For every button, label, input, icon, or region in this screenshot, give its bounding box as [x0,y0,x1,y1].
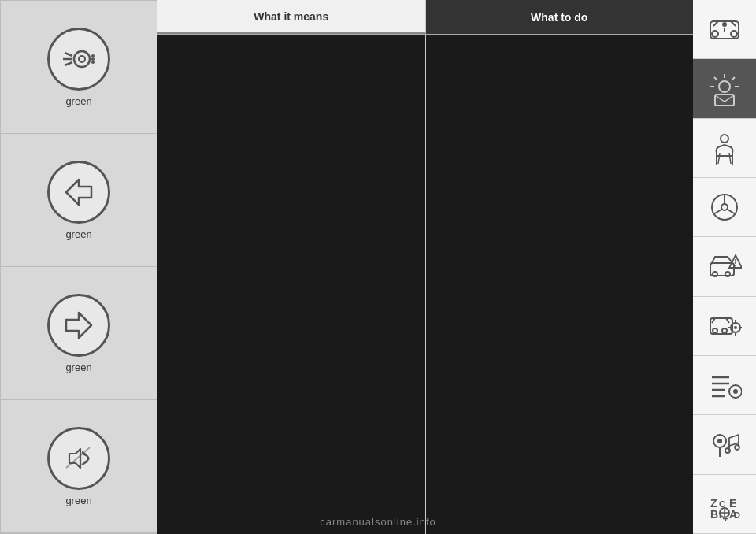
lights-svg [58,39,99,80]
svg-point-12 [712,31,718,37]
icon-row-lights: green [1,1,157,134]
svg-rect-22 [715,95,734,106]
svg-point-23 [721,135,728,143]
svg-point-3 [74,51,90,67]
main-layout: green green green [0,0,756,534]
maintenance-icon [707,309,742,343]
svg-line-30 [728,210,736,214]
sidebar-item-driving[interactable] [693,178,756,237]
warning-light-icon [707,71,742,106]
sidebar-item-breakdown[interactable] [693,237,756,296]
index-icon: Z B E A I C D T [707,487,742,521]
svg-point-59 [717,439,722,443]
icon-column: green green green [0,0,158,534]
svg-text:B: B [710,508,718,521]
svg-line-18 [732,77,735,80]
front-fog-label: green [65,495,91,506]
svg-point-14 [722,22,727,27]
svg-point-42 [734,326,737,329]
svg-line-26 [729,153,731,164]
sidebar-item-safety[interactable] [693,119,756,178]
content-right [426,35,694,534]
right-arrow-label: green [65,362,91,373]
content-area: What it means What to do [158,0,693,534]
multimedia-icon [707,427,742,462]
left-arrow-svg [58,172,99,213]
sidebar-item-settings[interactable] [693,356,756,415]
svg-point-16 [719,81,730,92]
svg-point-5 [91,54,94,57]
icon-row-front-fog: green [1,400,157,533]
svg-text:D: D [734,510,740,520]
svg-marker-9 [66,313,91,338]
icon-row-left-arrow: green [1,134,157,267]
front-fog-circle [47,427,110,490]
sidebar-item-maintenance[interactable] [693,297,756,356]
svg-line-31 [713,210,721,214]
svg-text:T: T [723,517,728,521]
svg-point-4 [79,56,85,62]
lights-label: green [65,95,91,107]
svg-point-6 [91,57,94,61]
right-arrow-svg [58,305,99,346]
breakdown-icon [707,249,742,284]
driving-icon [707,190,742,224]
svg-point-40 [722,328,727,333]
sidebar-item-index[interactable]: Z B E A I C D T [693,475,756,534]
svg-line-0 [65,53,72,56]
settings-icon [707,368,742,402]
svg-line-25 [718,153,720,164]
svg-point-33 [713,272,717,276]
svg-marker-8 [66,180,91,205]
front-fog-svg [58,438,99,479]
sidebar-item-warning-light[interactable] [693,59,756,118]
right-sidebar: Z B E A I C D T [693,0,756,534]
left-arrow-label: green [65,228,91,240]
svg-point-39 [713,328,717,333]
header-what-it-means: What it means [158,0,426,34]
svg-point-7 [91,61,94,64]
icon-row-right-arrow: green [1,267,157,400]
svg-text:I: I [719,510,721,520]
safety-icon [707,131,742,165]
car-info-icon [707,12,742,46]
svg-point-52 [733,389,738,394]
svg-point-13 [731,31,737,37]
svg-point-34 [725,272,730,276]
sidebar-item-car-info[interactable] [693,0,756,59]
sidebar-item-multimedia[interactable] [693,415,756,474]
left-arrow-circle [47,161,110,224]
svg-point-28 [721,204,728,210]
content-left [158,35,426,534]
svg-point-37 [735,265,736,267]
lights-circle [47,28,110,91]
watermark: carmanualsonline.info [320,516,435,528]
header-row: What it means What to do [158,0,693,35]
header-what-to-do: What to do [426,0,694,34]
content-body [158,35,693,534]
right-arrow-circle [47,294,110,357]
svg-line-2 [65,62,72,65]
svg-line-20 [714,77,717,80]
svg-text:C: C [719,499,725,509]
